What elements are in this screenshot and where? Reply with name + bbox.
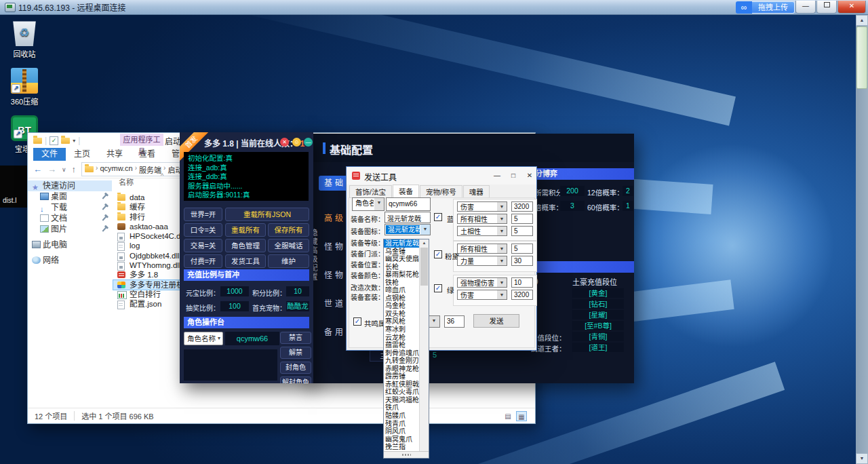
dialog-minimize-button[interactable]: — bbox=[489, 167, 505, 185]
nav-item[interactable]: 快速访问 bbox=[28, 180, 112, 191]
rdp-minimize-button[interactable]: — bbox=[795, 1, 816, 14]
weapon-option[interactable]: 乌金锤 bbox=[384, 248, 419, 256]
desktop-icon[interactable]: ↗ 360压缩 bbox=[3, 68, 46, 107]
attr-value-input[interactable]: 3200 bbox=[511, 201, 533, 212]
dropdown-scrollbar[interactable]: ▲ bbox=[419, 239, 429, 451]
weapon-option[interactable]: 赤魟侠胆戟 bbox=[384, 381, 419, 389]
breadcrumb-segment[interactable]: 服务端 bbox=[139, 164, 161, 175]
attr-value-input[interactable]: 30 bbox=[511, 256, 533, 266]
green-checkbox[interactable]: ✓ bbox=[434, 284, 442, 292]
nav-item[interactable]: 桌面 bbox=[28, 191, 112, 202]
weapon-option[interactable]: 阴风爪 bbox=[384, 427, 419, 436]
rdp-scrollbar[interactable]: ▲ ▼ bbox=[856, 15, 868, 464]
forward-icon[interactable]: → bbox=[47, 164, 56, 174]
recent-locations-icon[interactable]: ∨ bbox=[62, 166, 66, 173]
minimize-button[interactable]: — bbox=[304, 138, 313, 147]
world-toggle-button[interactable]: 世界=开 bbox=[184, 208, 222, 221]
weapon-option[interactable]: 天赐鸿福枪 bbox=[384, 396, 419, 404]
role-action-button[interactable]: 禁言 bbox=[280, 332, 311, 344]
reload-all-json-button[interactable]: 重载所有JSON bbox=[225, 208, 309, 221]
pink-checkbox[interactable]: ✓ bbox=[434, 250, 442, 258]
rank-row-value[interactable]: [星耀] bbox=[572, 310, 624, 320]
role-name-combo[interactable]: 角色名称 ▼ bbox=[352, 197, 384, 211]
attr-value-input[interactable]: 3200 bbox=[511, 290, 533, 300]
dropdown-resize-grip[interactable] bbox=[384, 451, 429, 458]
weapon-option[interactable]: 蕴雷枪 bbox=[384, 341, 419, 349]
pay-toggle-button[interactable]: 付费=开 bbox=[184, 254, 222, 268]
folder-icon[interactable] bbox=[33, 138, 42, 144]
attr-combo[interactable]: 伤害▼ bbox=[457, 290, 507, 300]
attr-value-input[interactable]: 5 bbox=[511, 214, 533, 224]
maintenance-button[interactable]: 维护 bbox=[268, 254, 309, 268]
rank-row-value[interactable]: [钻石] bbox=[572, 299, 624, 309]
breadcrumb[interactable]: › qcymw.cn › 服务端 › 启动端 bbox=[81, 162, 195, 176]
nav-item[interactable]: 网络 bbox=[28, 255, 112, 266]
field-value[interactable]: 10 bbox=[286, 286, 309, 296]
rank-row-value[interactable]: [至#B尊] bbox=[572, 321, 624, 330]
large-icons-view-icon[interactable]: ▦ bbox=[516, 411, 527, 421]
equip-name-input[interactable]: 混元斩龙戟 bbox=[384, 212, 431, 223]
role-action-button[interactable]: 解禁 bbox=[280, 347, 311, 359]
count-input[interactable]: 36 bbox=[444, 315, 465, 328]
weapon-option[interactable]: 混元斩龙戟 bbox=[384, 239, 419, 248]
weapon-option[interactable]: 啼血爪 bbox=[384, 286, 419, 294]
rdp-close-button[interactable]: ✕ bbox=[837, 1, 866, 14]
field-value[interactable]: 1 bbox=[623, 201, 633, 211]
ribbon-tab[interactable]: 主页 bbox=[66, 148, 98, 161]
scrollbar-thumb[interactable] bbox=[420, 248, 428, 286]
nav-item[interactable]: 下载 bbox=[28, 202, 112, 213]
dialog-maximize-button[interactable]: □ bbox=[505, 167, 521, 185]
weapon-option[interactable]: 幽冥鬼爪 bbox=[384, 436, 419, 444]
send-button[interactable]: 发送 bbox=[473, 314, 519, 328]
trade-toggle-button[interactable]: 交易=关 bbox=[184, 239, 222, 252]
nav-item[interactable]: 文档 bbox=[28, 213, 112, 224]
attr-combo[interactable]: 土相性▼ bbox=[457, 226, 507, 236]
rank-row-value[interactable]: [黄金] bbox=[572, 288, 624, 298]
weapon-option[interactable]: 九转金刚刃 bbox=[384, 357, 419, 365]
field-value[interactable]: 200 bbox=[560, 186, 585, 196]
role-management-button[interactable]: 角色管理 bbox=[225, 239, 266, 252]
new-folder-icon[interactable] bbox=[61, 138, 70, 144]
weapon-option[interactable]: 双头枪 bbox=[384, 310, 419, 318]
ribbon-tab[interactable]: 共享 bbox=[98, 148, 131, 161]
role-action-button[interactable]: 封角色 bbox=[280, 362, 311, 374]
server-broadcast-button[interactable]: 全服喊话 bbox=[268, 239, 309, 252]
role-name-input[interactable]: qcymw66 bbox=[386, 197, 431, 211]
attr-combo[interactable]: 力量▼ bbox=[457, 256, 507, 266]
attr-combo[interactable]: 伤害▼ bbox=[457, 201, 507, 212]
dialog-close-button[interactable]: ✕ bbox=[521, 167, 538, 185]
weapon-option[interactable]: 铁枪 bbox=[384, 279, 419, 287]
weapon-option[interactable]: 刺骨追魂爪 bbox=[384, 349, 419, 357]
nav-item[interactable]: 此电脑 bbox=[28, 239, 112, 250]
dialog-tab[interactable]: 装备 bbox=[393, 185, 419, 199]
role-name-combo[interactable]: 角色名称▾ bbox=[184, 332, 223, 345]
field-value[interactable]: 2 bbox=[623, 186, 633, 196]
resonance-checkbox[interactable]: ✓ bbox=[353, 317, 361, 326]
dialog-tab[interactable]: 宠物/称号 bbox=[420, 185, 462, 198]
ribbon-tab[interactable]: 查看 bbox=[131, 148, 163, 161]
rdp-maximize-button[interactable] bbox=[816, 1, 837, 14]
back-icon[interactable]: ← bbox=[33, 164, 42, 174]
attr-value-input[interactable]: 10 bbox=[511, 277, 533, 288]
scroll-up-icon[interactable]: ▲ bbox=[420, 239, 429, 247]
up-icon[interactable]: ↑ bbox=[72, 164, 77, 174]
nav-item[interactable]: 图片 bbox=[28, 224, 112, 235]
rank-row-value[interactable]: [青铜] bbox=[572, 332, 624, 341]
attr-value-input[interactable]: 5 bbox=[511, 244, 533, 254]
field-value[interactable]: 1000 bbox=[220, 286, 249, 296]
breadcrumb-segment[interactable]: qcymw.cn bbox=[100, 164, 132, 175]
weapon-option[interactable]: 点钢枪 bbox=[384, 294, 419, 303]
weapon-option[interactable]: 寒风枪 bbox=[384, 317, 419, 326]
customize-qat-icon[interactable]: ▾ bbox=[73, 138, 75, 144]
scroll-down-icon[interactable]: ▼ bbox=[856, 453, 868, 464]
rank-row-value[interactable]: [道王] bbox=[572, 343, 624, 352]
column-header-name[interactable]: 名称 bbox=[119, 176, 134, 187]
desktop-icon[interactable]: ♻ 回收站 bbox=[3, 20, 46, 59]
attr-combo[interactable]: 所有相性▼ bbox=[457, 244, 507, 254]
weapon-option[interactable]: 寒冰刺 bbox=[384, 326, 419, 334]
attr-value-input[interactable]: 5 bbox=[511, 226, 533, 236]
weapon-option[interactable]: 红蛟火毒爪 bbox=[384, 388, 419, 396]
field-value[interactable]: 3 bbox=[560, 201, 585, 211]
field-value[interactable]: 100 bbox=[220, 301, 249, 311]
weapon-option[interactable]: 残青爪 bbox=[384, 420, 419, 428]
